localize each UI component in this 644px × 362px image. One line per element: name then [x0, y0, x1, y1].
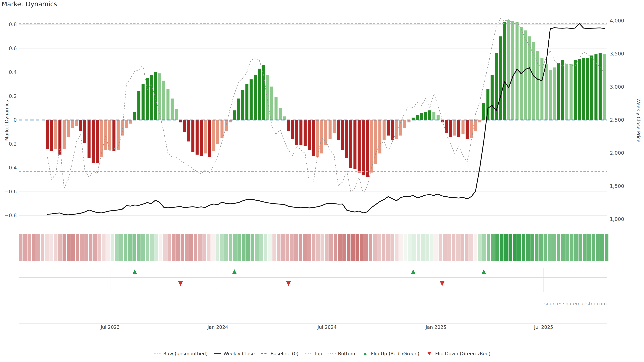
oscillator-bar: [274, 97, 278, 120]
flip-up-icon: [232, 269, 237, 274]
heatmap-cell: [172, 234, 176, 261]
oscillator-bar: [395, 120, 398, 139]
heatmap-cell: [238, 234, 241, 261]
legend-item: Flip Down (Green→Red): [426, 351, 490, 357]
heatmap-cell: [211, 234, 215, 261]
oscillator-bar: [258, 69, 261, 120]
heatmap-cell: [71, 234, 75, 261]
heatmap-cell: [460, 234, 464, 261]
heatmap-cell: [303, 234, 307, 261]
heatmap-cell: [452, 234, 455, 261]
heatmap-cell: [600, 234, 604, 261]
oscillator-bar: [432, 112, 435, 120]
heatmap-cell: [443, 234, 446, 261]
heatmap-cell: [80, 234, 84, 261]
heatmap-cell: [189, 234, 193, 261]
oscillator-bar: [262, 65, 265, 120]
heatmap-cell: [98, 234, 101, 261]
oscillator-bar: [216, 120, 219, 144]
oscillator-bar: [71, 120, 74, 128]
legend-label: Bottom: [338, 351, 355, 357]
oscillator-bar: [241, 90, 244, 120]
oscillator-bar: [420, 113, 423, 120]
heatmap-cell: [596, 234, 600, 261]
heatmap-cell: [368, 234, 372, 261]
right-axis-tick: 2,000: [610, 150, 624, 156]
flip-up-icon: [482, 269, 486, 274]
oscillator-bar: [453, 120, 456, 136]
heatmap-cell: [530, 234, 534, 261]
heatmap-cell: [84, 234, 88, 261]
oscillator-bar: [125, 120, 128, 128]
oscillator-bar: [312, 120, 315, 156]
oscillator-bar: [187, 120, 190, 141]
heatmap-cell: [325, 234, 328, 261]
oscillator-bar: [403, 120, 406, 128]
oscillator-bar: [549, 70, 552, 120]
heatmap-cell: [552, 234, 556, 261]
heatmap-cell: [320, 234, 324, 261]
weekly-close-swatch-icon: [214, 352, 221, 356]
oscillator-bar: [283, 116, 286, 120]
oscillator-bar: [590, 55, 593, 120]
heatmap-cell: [137, 234, 140, 261]
heatmap-cell: [456, 234, 460, 261]
oscillator-bar: [170, 98, 174, 120]
oscillator-bar: [46, 120, 49, 149]
oscillator-bar: [88, 120, 90, 158]
heatmap-cell: [233, 234, 237, 261]
right-axis-tick: 2,500: [610, 117, 624, 123]
heatmap-cell: [28, 234, 31, 261]
raw-swatch-icon: [154, 352, 161, 356]
heatmap-cell: [176, 234, 180, 261]
heatmap-cell: [154, 234, 158, 261]
oscillator-bar: [254, 75, 257, 120]
oscillator-bar: [333, 120, 336, 133]
oscillator-bar: [503, 22, 506, 120]
oscillator-bar: [50, 120, 53, 151]
oscillator-bar: [220, 120, 224, 138]
heatmap-cell: [146, 234, 149, 261]
heatmap-cell: [180, 234, 184, 261]
oscillator-bar: [382, 120, 386, 140]
heatmap-cell: [565, 234, 569, 261]
oscillator-bar: [92, 120, 95, 163]
heatmap-cell: [224, 234, 228, 261]
oscillator-bar: [146, 78, 149, 120]
heatmap-cell: [574, 234, 578, 261]
left-axis-tick: 0.2: [9, 93, 17, 99]
heatmap-cell: [281, 234, 285, 261]
oscillator-bar: [457, 120, 460, 137]
heatmap-cell: [496, 234, 499, 261]
heatmap-cell: [342, 234, 346, 261]
heatmap-cell: [89, 234, 92, 261]
heatmap-cell: [290, 234, 294, 261]
oscillator-bar: [582, 58, 585, 120]
oscillator-bar: [100, 120, 103, 157]
oscillator-bar: [62, 120, 66, 149]
heatmap-cell: [517, 234, 521, 261]
legend-item: Raw (unsmoothed): [154, 351, 208, 357]
heatmap-cell: [23, 234, 27, 261]
heatmap-cell: [605, 234, 608, 261]
heatmap-cell: [128, 234, 132, 261]
oscillator-bar: [391, 120, 394, 140]
oscillator-bar: [208, 120, 211, 157]
heatmap-cell: [40, 234, 44, 261]
flip-down-swatch-icon: [426, 352, 433, 356]
legend-label: Weekly Close: [224, 351, 254, 357]
heatmap-cell: [141, 234, 145, 261]
market-dynamics-chart: 0.80.60.40.20−0.2−0.4−0.6−0.84,0003,5003…: [0, 0, 644, 362]
heatmap-cell: [522, 234, 526, 261]
oscillator-bar: [75, 120, 78, 126]
heatmap-cell: [592, 234, 595, 261]
heatmap-cell: [111, 234, 114, 261]
oscillator-bar: [428, 110, 431, 120]
heatmap-cell: [198, 234, 202, 261]
left-axis-tick: −0.8: [4, 213, 17, 218]
right-axis-tick: 3,000: [610, 84, 624, 90]
heatmap-cell: [36, 234, 40, 261]
heatmap-cell: [54, 234, 58, 261]
heatmap-cell: [124, 234, 128, 261]
heatmap-cell: [377, 234, 381, 261]
